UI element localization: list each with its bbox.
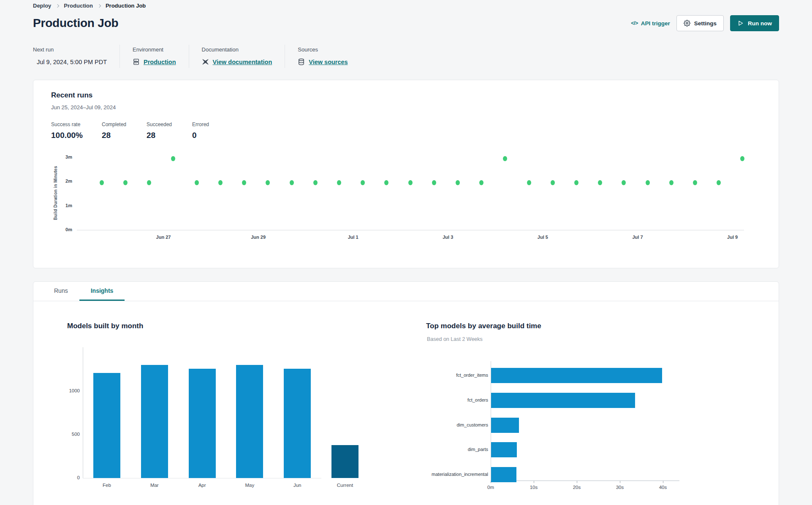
run-duration-scatter-chart: Build Duration in Minutes 0m1m2m3mJun 27…	[33, 148, 779, 262]
month-x-label: Current	[330, 483, 360, 488]
title-row: Production Job </> API trigger Settings	[33, 15, 779, 31]
buildtime-bar[interactable]	[491, 368, 662, 383]
run-dot[interactable]	[100, 180, 104, 185]
run-dot[interactable]	[717, 180, 721, 185]
buildtime-x-tick: 40s	[652, 485, 673, 490]
scatter-y-axis-label: Build Duration in Minutes	[53, 149, 58, 238]
months-y-tick: 500	[67, 432, 80, 437]
run-dot[interactable]	[313, 180, 318, 185]
page-title: Production Job	[33, 16, 119, 30]
buildtime-bar[interactable]	[491, 467, 516, 482]
scatter-x-axis-line	[77, 230, 744, 230]
run-dot[interactable]	[598, 180, 602, 185]
environment-stack-icon	[133, 58, 140, 65]
run-dot[interactable]	[195, 180, 199, 185]
view-sources-link[interactable]: View sources	[298, 58, 348, 65]
environment-label: Environment	[133, 46, 176, 53]
run-dot[interactable]	[456, 180, 460, 185]
month-bar[interactable]	[93, 373, 120, 478]
recent-runs-card: Recent runs Jun 25, 2024–Jul 09, 2024 Su…	[33, 80, 779, 268]
run-dot[interactable]	[266, 180, 270, 185]
stat-succeeded: Succeeded 28	[147, 122, 192, 140]
run-dot[interactable]	[740, 156, 744, 161]
tab-runs[interactable]: Runs	[43, 282, 79, 301]
environment-link[interactable]: Production	[133, 58, 176, 65]
breadcrumb-deploy[interactable]: Deploy	[33, 3, 51, 9]
scatter-y-tick: 3m	[33, 154, 72, 159]
run-dot[interactable]	[242, 180, 246, 185]
breadcrumb: Deploy Production Production Job	[33, 3, 146, 9]
chevron-right-icon	[56, 4, 59, 8]
settings-button[interactable]: Settings	[676, 15, 724, 31]
job-detail-card: Runs Insights Models built by month 0500…	[33, 281, 779, 505]
scatter-x-tick: Jul 3	[433, 235, 463, 240]
build-time-chart-title: Top models by average build time	[426, 322, 541, 330]
buildtime-bar[interactable]	[491, 418, 519, 433]
run-dot[interactable]	[147, 180, 151, 185]
gear-icon	[684, 20, 690, 27]
run-dot[interactable]	[290, 180, 294, 185]
api-trigger-link[interactable]: </> API trigger	[631, 20, 670, 27]
month-bar[interactable]	[284, 369, 311, 478]
month-bar[interactable]	[189, 369, 216, 478]
models-built-chart-title: Models built by month	[67, 322, 143, 330]
run-dot[interactable]	[574, 180, 578, 185]
months-y-tick: 0	[67, 475, 80, 480]
buildtime-bar[interactable]	[491, 442, 517, 457]
run-dot[interactable]	[646, 180, 650, 185]
run-dot[interactable]	[479, 180, 483, 185]
tab-insights[interactable]: Insights	[79, 282, 125, 301]
run-dot[interactable]	[669, 180, 673, 185]
buildtime-category-label: dim_customers	[426, 422, 488, 427]
run-dot[interactable]	[337, 180, 341, 185]
api-trigger-label: API trigger	[641, 20, 670, 27]
run-dot[interactable]	[384, 180, 388, 185]
info-documentation: Documentation View documentation	[189, 45, 285, 68]
models-built-by-month-chart: Models built by month 05001000FebMarAprM…	[67, 321, 418, 505]
scatter-x-tick: Jun 27	[149, 235, 178, 240]
run-dot[interactable]	[551, 180, 555, 185]
buildtime-x-tickmark	[663, 481, 663, 483]
month-bar[interactable]	[236, 365, 263, 478]
view-documentation-link[interactable]: View documentation	[202, 58, 272, 65]
run-dot[interactable]	[218, 180, 223, 185]
run-now-button[interactable]: Run now	[730, 15, 779, 31]
info-sources: Sources View sources	[285, 45, 360, 68]
stat-errored: Errored 0	[192, 122, 234, 140]
database-icon	[298, 58, 305, 65]
build-time-chart-subtitle: Based on Last 2 Weeks	[427, 336, 483, 342]
run-dot[interactable]	[693, 180, 697, 185]
buildtime-x-tick: 10s	[523, 485, 544, 490]
run-dot[interactable]	[432, 180, 436, 185]
buildtime-x-tickmark	[534, 481, 534, 483]
buildtime-category-label: dim_parts	[426, 447, 488, 452]
run-dot[interactable]	[408, 180, 413, 185]
top-models-build-time-chart: Top models by average build time Based o…	[426, 321, 743, 505]
run-dot[interactable]	[123, 180, 128, 185]
month-x-label: Jun	[282, 483, 312, 488]
recent-runs-date-range: Jun 25, 2024–Jul 09, 2024	[51, 104, 116, 111]
month-x-label: Feb	[92, 483, 122, 488]
settings-label: Settings	[694, 20, 717, 27]
sources-label: Sources	[298, 46, 348, 53]
run-dot[interactable]	[622, 180, 626, 185]
run-now-label: Run now	[748, 20, 772, 27]
documentation-label: Documentation	[202, 46, 272, 53]
month-bar[interactable]	[141, 365, 168, 478]
production-job-page: Deploy Production Production Job Product…	[0, 0, 812, 505]
buildtime-bar[interactable]	[491, 393, 635, 408]
scatter-x-tick: Jul 1	[338, 235, 368, 240]
code-icon: </>	[631, 20, 638, 26]
run-dot[interactable]	[527, 180, 531, 185]
play-icon	[737, 20, 744, 27]
recent-runs-stats: Success rate 100.00% Completed 28 Succee…	[51, 122, 234, 140]
breadcrumb-production[interactable]: Production	[64, 3, 93, 9]
run-dot[interactable]	[361, 180, 365, 185]
run-dot[interactable]	[171, 156, 175, 161]
month-bar[interactable]	[331, 445, 358, 478]
buildtime-x-tick: 20s	[566, 485, 587, 490]
run-dot[interactable]	[503, 156, 507, 161]
months-x-axis-line	[83, 478, 321, 478]
next-run-label: Next run	[33, 46, 107, 53]
month-x-label: May	[235, 483, 264, 488]
